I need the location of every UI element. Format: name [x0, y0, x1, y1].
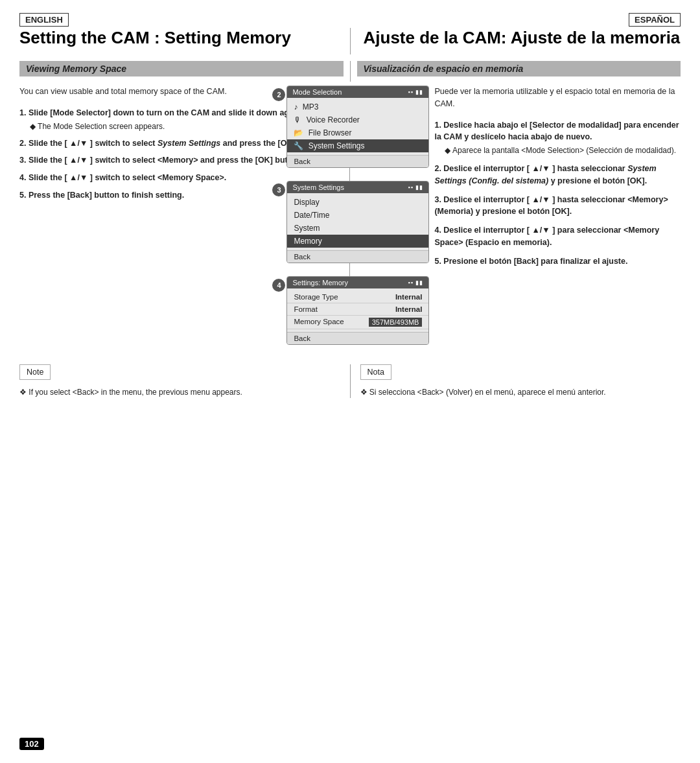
note-left-col: Note ❖ If you select <Back> in the menu,…	[19, 364, 350, 398]
note-right-content: ❖ Si selecciona <Back> (Volver) en el me…	[360, 386, 681, 398]
screen3-footer: Back	[287, 250, 428, 263]
step-right-5: 5. Presione el botón [Back] para finaliz…	[434, 255, 681, 268]
screen4-row-space: Memory Space 357MB/493MB	[287, 316, 428, 329]
page-number: 102	[19, 738, 44, 750]
screen2-icons: ▪▪ ▮▮	[408, 89, 424, 95]
mic-icon: 🎙	[294, 115, 301, 124]
section-header-right: Visualización de espacio en memoria	[357, 61, 681, 76]
step2-left-italic: System Settings	[158, 139, 220, 148]
screen2-item-voice: 🎙 Voice Recorder	[287, 113, 428, 126]
screen4-icons: ▪▪ ▮▮	[408, 279, 424, 286]
screen4-row-format: Format Internal	[287, 303, 428, 316]
note-left-content: ❖ If you select <Back> in the menu, the …	[19, 386, 340, 398]
screen2-item-settings: 🔧 System Settings	[287, 139, 428, 152]
screen2-footer: Back	[287, 155, 428, 167]
screen3-item-datetime: Date/Time	[287, 209, 428, 222]
screen3-header: System Settings ▪▪ ▮▮	[287, 182, 428, 193]
step3-right-text: 3. Deslice el interruptor [ ▲/▼ ] hasta …	[434, 195, 668, 217]
step5-right-text: 5. Presione el botón [Back] para finaliz…	[434, 257, 627, 266]
screen4-space-label: Memory Space	[294, 318, 344, 327]
step-right-1: 1. Deslice hacia abajo el [Selector de m…	[434, 119, 681, 157]
steps-list-right: 1. Deslice hacia abajo el [Selector de m…	[434, 119, 681, 268]
section-header-left-col: Viewing Memory Space	[19, 61, 350, 82]
screen4-body: Storage Type Internal Format Internal Me…	[287, 288, 428, 332]
note-left-box: Note	[19, 364, 51, 380]
step1-right-text: 1. Deslice hacia abajo el [Selector de m…	[434, 121, 679, 142]
screen4-storage-label: Storage Type	[294, 293, 338, 301]
section-headers-row: Viewing Memory Space Visualización de es…	[19, 61, 681, 82]
screen4: Settings: Memory ▪▪ ▮▮ Storage Type Inte…	[286, 276, 429, 345]
step2-badge: 2	[272, 88, 285, 101]
step4-right-text: 4. Deslice el interruptor [ ▲/▼ ] para s…	[434, 226, 659, 247]
content-row: You can view usable and total memory spa…	[19, 86, 681, 345]
desc-right: Puede ver la memoria utilizable y el esp…	[434, 86, 681, 110]
title-right-col: Ajuste de la CAM: Ajuste de la memoria	[351, 28, 681, 54]
settings-icon: 🔧	[294, 141, 303, 150]
music-icon: ♪	[294, 102, 298, 112]
note-row: Note ❖ If you select <Back> in the menu,…	[19, 364, 681, 398]
step1-left-text: 1. Slide [Mode Selector] down to turn on…	[19, 108, 303, 117]
screen4-row-storage: Storage Type Internal	[287, 291, 428, 303]
screen3-body: Display Date/Time System Memory	[287, 193, 428, 250]
screen2: Mode Selection ▪▪ ▮▮ ♪ MP3 🎙 Voice Recor…	[286, 86, 429, 168]
step4-badge: 4	[272, 279, 285, 292]
lang-badge-english: ENGLISH	[19, 13, 69, 27]
screen2-header: Mode Selection ▪▪ ▮▮	[287, 86, 428, 98]
step5-left-text: 5. Press the [Back] button to finish set…	[19, 191, 184, 200]
step-right-4: 4. Deslice el interruptor [ ▲/▼ ] para s…	[434, 224, 681, 249]
step2-right-bold1: 2. Deslice el interruptor [ ▲/▼ ] hasta …	[434, 164, 627, 173]
title-left-col: Setting the CAM : Setting Memory	[19, 28, 350, 54]
screen4-wrap: 4 Settings: Memory ▪▪ ▮▮ Storage Type In…	[286, 276, 429, 351]
screen4-footer: Back	[287, 332, 428, 344]
screen2-title: Mode Selection	[292, 88, 342, 96]
step-right-2: 2. Deslice el interruptor [ ▲/▼ ] hasta …	[434, 163, 681, 187]
screen3-icons: ▪▪ ▮▮	[408, 184, 424, 191]
step3-badge: 3	[272, 183, 285, 196]
step1-right-note: ◆ Aparece la pantalla <Mode Selection> (…	[434, 145, 681, 156]
main-title-right: Ajuste de la CAM: Ajuste de la memoria	[364, 28, 681, 48]
lang-badge-español: ESPAÑOL	[629, 13, 681, 27]
screen3: System Settings ▪▪ ▮▮ Display Date/Time …	[286, 181, 429, 263]
screen2-body: ♪ MP3 🎙 Voice Recorder 📂 File Browser 🔧 …	[287, 98, 428, 155]
screen2-item-file: 📂 File Browser	[287, 126, 428, 139]
titles-row: Setting the CAM : Setting Memory Ajuste …	[19, 28, 681, 54]
screen2-wrap: 2 Mode Selection ▪▪ ▮▮ ♪ MP3 🎙 Voice Rec…	[286, 86, 429, 174]
screen4-storage-value: Internal	[395, 293, 423, 301]
screen4-space-value: 357MB/493MB	[369, 318, 423, 327]
header-row: ENGLISH ESPAÑOL	[19, 13, 681, 27]
screen4-title: Settings: Memory	[292, 279, 348, 287]
step2-right-bold2: y presione el botón [OK].	[548, 176, 647, 185]
section-header-left: Viewing Memory Space	[19, 61, 344, 76]
step2-left-bold1: 2. Slide the [ ▲/▼ ] switch to select	[19, 139, 158, 148]
note-right-col: Nota ❖ Si selecciona <Back> (Volver) en …	[351, 364, 681, 398]
section-header-right-col: Visualización de espacio en memoria	[351, 61, 681, 82]
screen3-item-memory: Memory	[287, 235, 428, 248]
screen2-item-mp3: ♪ MP3	[287, 100, 428, 113]
screen3-item-system: System	[287, 222, 428, 235]
step-right-3: 3. Deslice el interruptor [ ▲/▼ ] hasta …	[434, 194, 681, 218]
screen3-wrap: 3 System Settings ▪▪ ▮▮ Display Date/Tim…	[286, 181, 429, 270]
step3-left-text: 3. Slide the [ ▲/▼ ] switch to select <M…	[19, 156, 303, 165]
main-title-left: Setting the CAM : Setting Memory	[19, 28, 344, 48]
page: ENGLISH ESPAÑOL Setting the CAM : Settin…	[0, 0, 700, 763]
screen4-header: Settings: Memory ▪▪ ▮▮	[287, 277, 428, 288]
screen3-item-display: Display	[287, 196, 428, 209]
note-right-box: Nota	[360, 364, 391, 380]
screen4-format-label: Format	[294, 305, 317, 313]
device-screens-col: 2 Mode Selection ▪▪ ▮▮ ♪ MP3 🎙 Voice Rec…	[272, 86, 428, 358]
folder-icon: 📂	[294, 128, 303, 137]
screen3-title: System Settings	[292, 183, 344, 191]
screen4-format-value: Internal	[395, 305, 423, 313]
step4-left-text: 4. Slide the [ ▲/▼ ] switch to select <M…	[19, 173, 226, 182]
